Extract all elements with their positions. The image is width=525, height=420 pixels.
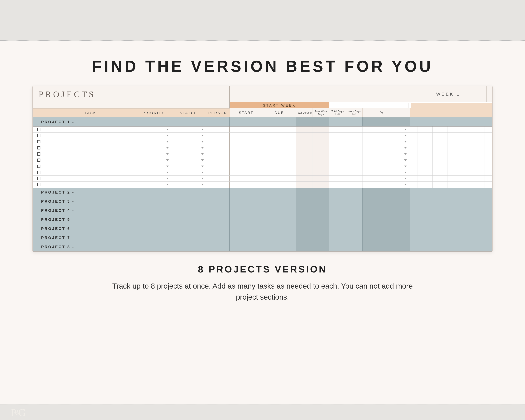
person-cell[interactable] <box>206 163 230 169</box>
task-name-cell[interactable] <box>45 163 136 169</box>
start-date-cell[interactable] <box>230 151 263 157</box>
status-dropdown[interactable] <box>171 145 206 151</box>
task-name-cell[interactable] <box>45 127 136 132</box>
due-date-cell[interactable] <box>263 157 296 163</box>
priority-dropdown[interactable] <box>136 163 171 169</box>
priority-dropdown[interactable] <box>136 133 171 139</box>
start-date-cell[interactable] <box>230 133 263 139</box>
person-cell[interactable] <box>206 127 230 132</box>
status-dropdown[interactable] <box>171 127 206 132</box>
person-cell[interactable] <box>206 182 230 187</box>
task-row[interactable] <box>33 139 492 145</box>
task-checkbox[interactable] <box>33 151 45 157</box>
project-header-row[interactable]: PROJECT 8 - <box>33 242 492 252</box>
task-name-cell[interactable] <box>45 182 136 187</box>
person-cell[interactable] <box>206 176 230 181</box>
due-date-cell[interactable] <box>263 139 296 145</box>
row-dropdown[interactable] <box>401 139 410 145</box>
start-date-cell[interactable] <box>230 139 263 145</box>
task-checkbox[interactable] <box>33 127 45 132</box>
due-date-cell[interactable] <box>263 127 296 132</box>
priority-dropdown[interactable] <box>136 145 171 151</box>
task-name-cell[interactable] <box>45 133 136 139</box>
task-name-cell[interactable] <box>45 145 136 151</box>
task-row[interactable] <box>33 176 492 182</box>
row-dropdown[interactable] <box>401 176 410 181</box>
row-dropdown[interactable] <box>401 157 410 163</box>
due-date-cell[interactable] <box>263 151 296 157</box>
task-checkbox[interactable] <box>33 176 45 181</box>
status-dropdown[interactable] <box>171 157 206 163</box>
start-date-cell[interactable] <box>230 145 263 151</box>
person-cell[interactable] <box>206 151 230 157</box>
task-checkbox[interactable] <box>33 145 45 151</box>
task-row[interactable] <box>33 169 492 176</box>
row-dropdown[interactable] <box>401 169 410 175</box>
row-dropdown[interactable] <box>401 133 410 139</box>
task-row[interactable] <box>33 163 492 169</box>
due-date-cell[interactable] <box>263 133 296 139</box>
priority-dropdown[interactable] <box>136 127 171 132</box>
start-date-cell[interactable] <box>230 127 263 132</box>
task-name-cell[interactable] <box>45 139 136 145</box>
status-dropdown[interactable] <box>171 163 206 169</box>
task-checkbox[interactable] <box>33 169 45 175</box>
priority-dropdown[interactable] <box>136 157 171 163</box>
start-date-cell[interactable] <box>230 176 263 181</box>
project-header-row[interactable]: PROJECT 1 - <box>33 117 492 127</box>
start-date-cell[interactable] <box>230 157 263 163</box>
status-dropdown[interactable] <box>171 169 206 175</box>
status-dropdown[interactable] <box>171 139 206 145</box>
row-dropdown[interactable] <box>401 151 410 157</box>
task-row[interactable] <box>33 133 492 139</box>
due-date-cell[interactable] <box>263 163 296 169</box>
priority-dropdown[interactable] <box>136 139 171 145</box>
task-checkbox[interactable] <box>33 139 45 145</box>
task-checkbox[interactable] <box>33 157 45 163</box>
due-date-cell[interactable] <box>263 169 296 175</box>
task-checkbox[interactable] <box>33 133 45 139</box>
task-row[interactable] <box>33 157 492 163</box>
project-header-row[interactable]: PROJECT 5 - <box>33 215 492 224</box>
person-cell[interactable] <box>206 133 230 139</box>
person-cell[interactable] <box>206 157 230 163</box>
task-name-cell[interactable] <box>45 157 136 163</box>
row-dropdown[interactable] <box>401 182 410 187</box>
person-cell[interactable] <box>206 145 230 151</box>
task-row[interactable] <box>33 127 492 133</box>
due-date-cell[interactable] <box>263 145 296 151</box>
start-date-cell[interactable] <box>230 169 263 175</box>
task-name-cell[interactable] <box>45 176 136 181</box>
row-dropdown[interactable] <box>401 163 410 169</box>
task-row[interactable] <box>33 151 492 157</box>
task-name-cell[interactable] <box>45 169 136 175</box>
task-checkbox[interactable] <box>33 163 45 169</box>
status-dropdown[interactable] <box>171 182 206 187</box>
task-row[interactable] <box>33 182 492 188</box>
status-dropdown[interactable] <box>171 151 206 157</box>
work-days-left-cell <box>346 127 363 132</box>
task-row[interactable] <box>33 145 492 151</box>
row-dropdown[interactable] <box>401 145 410 151</box>
priority-dropdown[interactable] <box>136 176 171 181</box>
project-header-row[interactable]: PROJECT 6 - <box>33 224 492 233</box>
priority-dropdown[interactable] <box>136 169 171 175</box>
person-cell[interactable] <box>206 169 230 175</box>
row-dropdown[interactable] <box>401 127 410 132</box>
start-date-cell[interactable] <box>230 163 263 169</box>
priority-dropdown[interactable] <box>136 151 171 157</box>
status-dropdown[interactable] <box>171 176 206 181</box>
project-header-row[interactable]: PROJECT 4 - <box>33 206 492 215</box>
task-name-cell[interactable] <box>45 151 136 157</box>
priority-dropdown[interactable] <box>136 182 171 187</box>
due-date-cell[interactable] <box>263 176 296 181</box>
person-cell[interactable] <box>206 139 230 145</box>
task-checkbox[interactable] <box>33 182 45 187</box>
project-header-row[interactable]: PROJECT 7 - <box>33 233 492 242</box>
project-header-row[interactable]: PROJECT 2 - <box>33 188 492 197</box>
start-date-cell[interactable] <box>230 182 263 187</box>
due-date-cell[interactable] <box>263 182 296 187</box>
start-week-input[interactable] <box>330 103 408 108</box>
project-header-row[interactable]: PROJECT 3 - <box>33 197 492 206</box>
status-dropdown[interactable] <box>171 133 206 139</box>
